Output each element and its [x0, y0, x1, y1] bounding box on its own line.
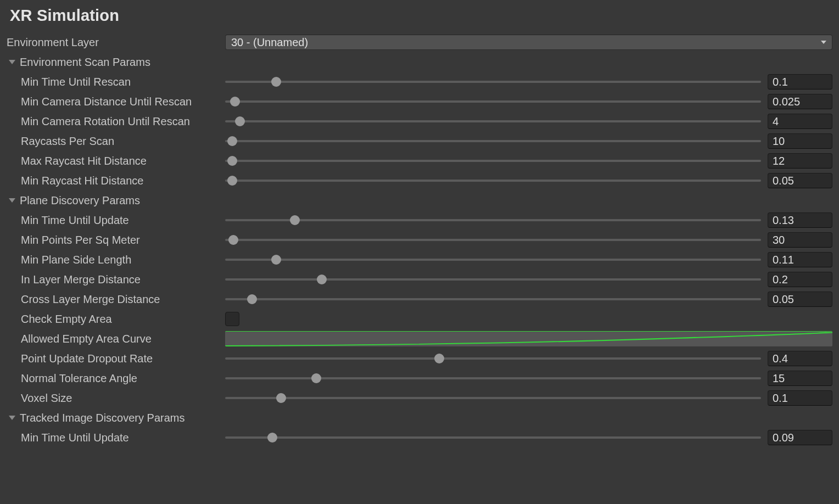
- label-tracked-min-time-update: Min Time Until Update: [7, 432, 225, 444]
- row-dropout: Point Update Dropout Rate 0.4: [7, 349, 832, 368]
- label-raycasts-per-scan: Raycasts Per Scan: [7, 135, 225, 148]
- row-raycasts-per-scan: Raycasts Per Scan 10: [7, 131, 832, 151]
- slider-plane-min-time-update[interactable]: [225, 214, 761, 227]
- label-dropout: Point Update Dropout Rate: [7, 352, 225, 365]
- label-min-cam-rot: Min Camera Rotation Until Rescan: [7, 115, 225, 128]
- slider-min-pts-sq[interactable]: [225, 233, 761, 247]
- label-cross-layer-merge: Cross Layer Merge Distance: [7, 293, 225, 306]
- row-cross-layer-merge: Cross Layer Merge Distance 0.05: [7, 289, 832, 309]
- chevron-down-icon: [821, 41, 826, 44]
- field-dropout[interactable]: 0.4: [768, 351, 832, 366]
- label-in-layer-merge: In Layer Merge Distance: [7, 273, 225, 286]
- label-max-hit-dist: Max Raycast Hit Distance: [7, 155, 225, 167]
- slider-min-plane-side[interactable]: [225, 253, 761, 266]
- field-min-cam-rot[interactable]: 4: [768, 114, 832, 129]
- field-min-pts-sq[interactable]: 30: [768, 232, 832, 248]
- row-min-plane-side: Min Plane Side Length 0.11: [7, 250, 832, 270]
- slider-min-time-rescan[interactable]: [225, 75, 761, 88]
- caret-down-icon: [9, 60, 15, 64]
- foldout-plane[interactable]: Plane Discovery Params: [7, 191, 832, 210]
- slider-raycasts-per-scan[interactable]: [225, 135, 761, 148]
- slider-normal-tol[interactable]: [225, 372, 761, 385]
- row-min-time-rescan: Min Time Until Rescan 0.1: [7, 72, 832, 92]
- label-empty-curve: Allowed Empty Area Curve: [7, 333, 225, 345]
- row-in-layer-merge: In Layer Merge Distance 0.2: [7, 270, 832, 289]
- foldout-tracked-label: Tracked Image Discovery Params: [20, 412, 184, 424]
- field-normal-tol[interactable]: 15: [768, 371, 832, 386]
- checkbox-check-empty[interactable]: [225, 312, 239, 326]
- slider-voxel-size[interactable]: [225, 391, 761, 405]
- field-max-hit-dist[interactable]: 12: [768, 153, 832, 169]
- field-plane-min-time-update[interactable]: 0.13: [768, 212, 832, 228]
- row-normal-tol: Normal Tolerance Angle 15: [7, 368, 832, 388]
- field-cross-layer-merge[interactable]: 0.05: [768, 292, 832, 307]
- panel-title: XR Simulation: [7, 4, 832, 32]
- label-min-cam-dist: Min Camera Distance Until Rescan: [7, 96, 225, 108]
- slider-min-cam-rot[interactable]: [225, 115, 761, 128]
- field-min-cam-dist[interactable]: 0.025: [768, 94, 832, 109]
- row-min-cam-rot: Min Camera Rotation Until Rescan 4: [7, 111, 832, 131]
- label-min-time-rescan: Min Time Until Rescan: [7, 76, 225, 88]
- label-plane-min-time-update: Min Time Until Update: [7, 214, 225, 227]
- row-max-hit-dist: Max Raycast Hit Distance 12: [7, 151, 832, 171]
- row-empty-curve: Allowed Empty Area Curve: [7, 329, 832, 349]
- row-min-hit-dist: Min Raycast Hit Distance 0.05: [7, 171, 832, 191]
- environment-layer-row: Environment Layer 30 - (Unnamed): [7, 32, 832, 52]
- slider-max-hit-dist[interactable]: [225, 154, 761, 167]
- label-min-pts-sq: Min Points Per Sq Meter: [7, 234, 225, 247]
- field-raycasts-per-scan[interactable]: 10: [768, 133, 832, 149]
- label-voxel-size: Voxel Size: [7, 392, 225, 405]
- slider-in-layer-merge[interactable]: [225, 273, 761, 286]
- environment-layer-dropdown[interactable]: 30 - (Unnamed): [225, 35, 832, 50]
- field-in-layer-merge[interactable]: 0.2: [768, 272, 832, 287]
- row-plane-min-time-update: Min Time Until Update 0.13: [7, 210, 832, 230]
- label-normal-tol: Normal Tolerance Angle: [7, 372, 225, 385]
- foldout-tracked[interactable]: Tracked Image Discovery Params: [7, 408, 832, 428]
- slider-min-hit-dist[interactable]: [225, 174, 761, 187]
- caret-down-icon: [9, 198, 15, 203]
- field-voxel-size[interactable]: 0.1: [768, 390, 832, 406]
- slider-dropout[interactable]: [225, 352, 761, 365]
- row-check-empty: Check Empty Area: [7, 309, 832, 329]
- caret-down-icon: [9, 416, 15, 420]
- field-min-plane-side[interactable]: 0.11: [768, 252, 832, 267]
- foldout-scan[interactable]: Environment Scan Params: [7, 52, 832, 72]
- curve-field-empty-area[interactable]: [225, 331, 832, 346]
- label-check-empty: Check Empty Area: [7, 313, 225, 326]
- slider-cross-layer-merge[interactable]: [225, 293, 761, 306]
- field-min-time-rescan[interactable]: 0.1: [768, 74, 832, 89]
- row-voxel-size: Voxel Size 0.1: [7, 388, 832, 408]
- slider-tracked-min-time-update[interactable]: [225, 431, 761, 444]
- row-min-pts-sq: Min Points Per Sq Meter 30: [7, 230, 832, 250]
- label-min-hit-dist: Min Raycast Hit Distance: [7, 175, 225, 187]
- label-min-plane-side: Min Plane Side Length: [7, 254, 225, 266]
- foldout-scan-label: Environment Scan Params: [20, 56, 150, 69]
- row-min-cam-dist: Min Camera Distance Until Rescan 0.025: [7, 92, 832, 111]
- field-min-hit-dist[interactable]: 0.05: [768, 173, 832, 188]
- field-tracked-min-time-update[interactable]: 0.09: [768, 430, 832, 445]
- environment-layer-label: Environment Layer: [7, 36, 225, 49]
- row-tracked-min-time-update: Min Time Until Update 0.09: [7, 428, 832, 447]
- foldout-plane-label: Plane Discovery Params: [20, 194, 140, 207]
- environment-layer-value: 30 - (Unnamed): [231, 36, 821, 49]
- slider-min-cam-dist[interactable]: [225, 95, 761, 108]
